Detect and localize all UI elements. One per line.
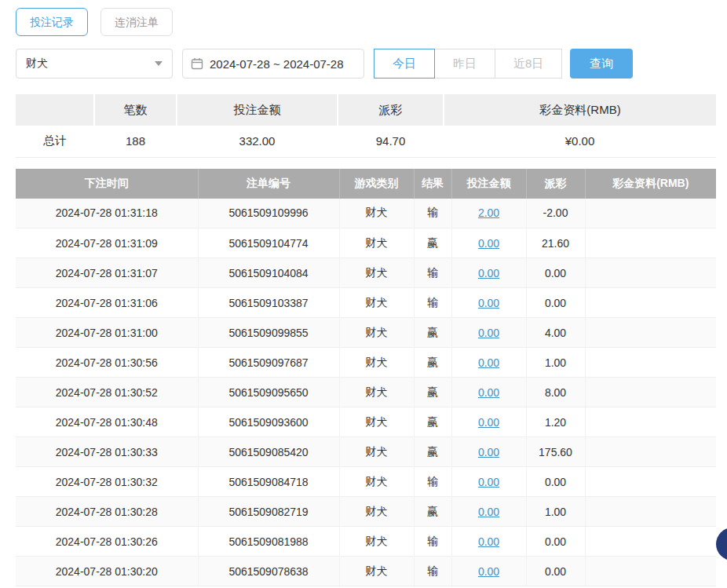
bet-amount-cell-link[interactable]: 0.00 [478,356,499,369]
order-id-cell: 5061509093600 [198,407,339,437]
game-type-cell: 财犬 [339,557,414,586]
table-row: 2024-07-28 01:30:285061509082719财犬赢0.001… [16,497,716,527]
bet-time-cell: 2024-07-28 01:30:32 [16,467,198,497]
bet-amount-cell-link[interactable]: 2.00 [478,206,499,219]
bet-amount-cell-link[interactable]: 0.00 [478,267,499,279]
order-id-cell: 5061509097687 [198,348,339,378]
payout-cell: 21.60 [526,228,585,258]
game-type-cell: 财犬 [339,527,414,557]
bet-amount-cell-link[interactable]: 0.00 [478,416,499,429]
tab-bet-records[interactable]: 投注记录 [16,8,88,36]
today-button[interactable]: 今日 [374,49,435,79]
order-id-cell: 5061509095650 [198,378,339,407]
header-order-id: 注单编号 [198,169,339,199]
yesterday-button[interactable]: 昨日 [434,49,495,79]
header-bonus: 彩金资料(RMB) [585,169,716,199]
bet-amount-cell: 0.00 [451,228,526,258]
game-type-cell: 财犬 [339,348,414,378]
result-cell: 输 [414,527,451,557]
table-row: 2024-07-28 01:31:095061509104774财犬赢0.002… [16,228,716,258]
bonus-cell [585,467,716,497]
tab-bar: 投注记录 连消注单 [16,8,716,36]
date-range-value: 2024-07-28 ~ 2024-07-28 [210,57,344,71]
game-select-value: 财犬 [26,57,48,71]
bet-amount-cell-link[interactable]: 0.00 [478,297,499,309]
bet-time-cell: 2024-07-28 01:30:28 [16,497,198,527]
summary-total-label: 总计 [16,126,94,157]
bet-amount-cell: 0.00 [451,497,526,527]
result-cell: 输 [414,467,451,497]
summary-header-payout: 派彩 [338,94,444,126]
bet-time-cell: 2024-07-28 01:30:20 [16,557,198,586]
summary-total-count: 188 [94,126,177,157]
bet-amount-cell-link[interactable]: 0.00 [478,506,499,518]
table-row: 2024-07-28 01:31:005061509099855财犬赢0.004… [16,318,716,348]
bet-amount-cell-link[interactable]: 0.00 [478,565,499,578]
payout-cell: 0.00 [526,288,585,318]
bet-amount-cell: 0.00 [451,258,526,288]
game-type-cell: 财犬 [339,288,414,318]
game-type-cell: 财犬 [339,407,414,437]
payout-cell: 1.00 [526,497,585,527]
bet-amount-cell-link[interactable]: 0.00 [478,237,499,250]
result-cell: 赢 [414,348,451,378]
summary-header-bonus: 彩金资料(RMB) [444,94,716,126]
order-id-cell: 5061509078638 [198,557,339,586]
bet-amount-cell: 0.00 [451,527,526,557]
bonus-cell [585,407,716,437]
summary-table: 笔数 投注金额 派彩 彩金资料(RMB) 总计 188 332.00 94.70… [16,94,716,158]
game-type-cell: 财犬 [339,437,414,467]
order-id-cell: 5061509109996 [198,199,339,228]
header-bet-amount: 投注金额 [451,169,526,199]
tab-cancelled-orders[interactable]: 连消注单 [100,8,173,36]
table-row: 2024-07-28 01:31:065061509103387财犬输0.000… [16,288,716,318]
bonus-cell [585,527,716,557]
bonus-cell [585,348,716,378]
bet-time-cell: 2024-07-28 01:31:07 [16,258,198,288]
game-type-cell: 财犬 [339,378,414,407]
bet-time-cell: 2024-07-28 01:31:09 [16,228,198,258]
bonus-cell [585,378,716,407]
payout-cell: 0.00 [526,557,585,586]
game-type-cell: 财犬 [339,467,414,497]
game-select[interactable]: 财犬 [16,49,173,79]
table-row: 2024-07-28 01:30:325061509084718财犬输0.000… [16,467,716,497]
bet-records-page: 投注记录 连消注单 财犬 2024-07-28 ~ 2024-07-28 今日 … [0,0,727,586]
bet-time-cell: 2024-07-28 01:31:00 [16,318,198,348]
last-8-days-button[interactable]: 近8日 [495,49,562,79]
bet-amount-cell-link[interactable]: 0.00 [478,446,499,458]
order-id-cell: 5061509099855 [198,318,339,348]
bet-amount-cell-link[interactable]: 0.00 [478,476,499,488]
bet-time-cell: 2024-07-28 01:31:18 [16,199,198,228]
bet-time-cell: 2024-07-28 01:30:48 [16,407,198,437]
bet-amount-cell: 0.00 [451,407,526,437]
bet-amount-cell-link[interactable]: 0.00 [478,327,499,339]
game-type-cell: 财犬 [339,258,414,288]
search-button[interactable]: 查询 [570,49,633,79]
result-cell: 赢 [414,407,451,437]
order-id-cell: 5061509084718 [198,467,339,497]
bet-amount-cell-link[interactable]: 0.00 [478,386,499,399]
bet-time-cell: 2024-07-28 01:31:06 [16,288,198,318]
payout-cell: 0.00 [526,258,585,288]
bet-amount-cell-link[interactable]: 0.00 [478,535,499,548]
payout-cell: 0.00 [526,527,585,557]
summary-total-bet-amount: 332.00 [177,126,338,157]
order-id-cell: 5061509081988 [198,527,339,557]
bonus-cell [585,497,716,527]
game-type-cell: 财犬 [339,318,414,348]
bonus-cell [585,258,716,288]
bonus-cell [585,557,716,586]
payout-cell: 8.00 [526,378,585,407]
calendar-icon [191,57,203,70]
order-id-cell: 5061509104084 [198,258,339,288]
payout-cell: 4.00 [526,318,585,348]
summary-header-count: 笔数 [94,94,177,126]
summary-header-bet-amount: 投注金额 [177,94,338,126]
date-range-input[interactable]: 2024-07-28 ~ 2024-07-28 [182,49,364,79]
result-cell: 输 [414,199,451,228]
bonus-cell [585,288,716,318]
order-id-cell: 5061509085420 [198,437,339,467]
bet-amount-cell: 0.00 [451,288,526,318]
bet-time-cell: 2024-07-28 01:30:52 [16,378,198,407]
